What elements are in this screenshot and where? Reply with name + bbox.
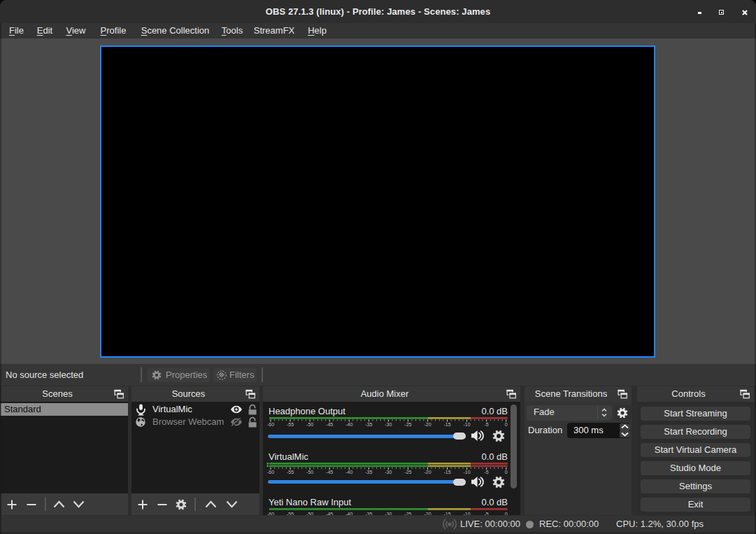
svg-text:-35: -35 bbox=[365, 511, 372, 515]
svg-text:-20: -20 bbox=[424, 511, 431, 515]
svg-text:-5: -5 bbox=[485, 470, 489, 475]
svg-text:-40: -40 bbox=[345, 511, 352, 515]
svg-text:-20: -20 bbox=[424, 422, 431, 427]
svg-text:-25: -25 bbox=[404, 511, 411, 515]
svg-text:-30: -30 bbox=[385, 422, 392, 427]
svg-text:-5: -5 bbox=[485, 422, 489, 427]
svg-text:-40: -40 bbox=[345, 422, 352, 427]
svg-text:-35: -35 bbox=[365, 470, 372, 475]
svg-text:-40: -40 bbox=[345, 470, 352, 475]
svg-text:-60: -60 bbox=[267, 470, 274, 475]
svg-text:-50: -50 bbox=[306, 511, 313, 515]
svg-text:-50: -50 bbox=[306, 422, 313, 427]
svg-text:-45: -45 bbox=[326, 470, 333, 475]
svg-text:-25: -25 bbox=[404, 422, 411, 427]
svg-text:-10: -10 bbox=[464, 511, 471, 515]
svg-text:-15: -15 bbox=[443, 511, 450, 515]
svg-text:-15: -15 bbox=[443, 422, 450, 427]
svg-text:0: 0 bbox=[505, 422, 508, 427]
svg-text:-50: -50 bbox=[306, 470, 313, 475]
svg-text:-45: -45 bbox=[326, 511, 333, 515]
svg-text:-45: -45 bbox=[326, 422, 333, 427]
svg-text:-60: -60 bbox=[267, 422, 274, 427]
svg-text:-20: -20 bbox=[424, 470, 431, 475]
svg-text:0: 0 bbox=[505, 470, 508, 475]
svg-text:-25: -25 bbox=[404, 470, 411, 475]
svg-text:-30: -30 bbox=[385, 511, 392, 515]
svg-text:-10: -10 bbox=[464, 422, 471, 427]
svg-text:0: 0 bbox=[505, 511, 508, 515]
svg-text:-55: -55 bbox=[287, 470, 294, 475]
svg-text:-15: -15 bbox=[443, 470, 450, 475]
svg-text:-60: -60 bbox=[267, 511, 274, 515]
svg-text:-10: -10 bbox=[464, 470, 471, 475]
svg-text:-55: -55 bbox=[287, 422, 294, 427]
svg-text:-30: -30 bbox=[385, 470, 392, 475]
svg-text:-5: -5 bbox=[485, 511, 489, 515]
svg-text:-35: -35 bbox=[365, 422, 372, 427]
svg-text:-55: -55 bbox=[287, 511, 294, 515]
